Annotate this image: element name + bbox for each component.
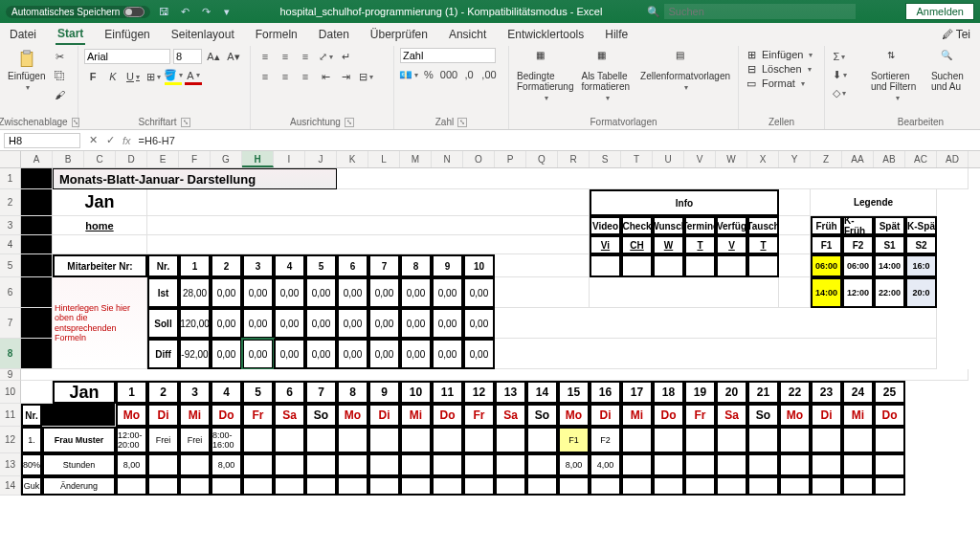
insert-cells-button[interactable]: ⊞Einfügen▾ xyxy=(745,48,813,61)
fx-icon[interactable]: fx xyxy=(122,135,131,146)
col-header-AB[interactable]: AB xyxy=(874,151,905,167)
col-header-K[interactable]: K xyxy=(337,151,368,167)
col-header-D[interactable]: D xyxy=(116,151,147,167)
save-icon[interactable]: 🖫 xyxy=(156,4,171,19)
col-header-Q[interactable]: Q xyxy=(526,151,558,167)
format-cells-button[interactable]: ▭Format▾ xyxy=(745,77,805,90)
formula-bar[interactable]: =H6-H7 xyxy=(135,134,980,147)
row-header-8[interactable]: 8 xyxy=(0,339,21,369)
enter-formula-icon[interactable]: ✓ xyxy=(101,132,119,149)
row-header-13[interactable]: 13 xyxy=(0,453,21,476)
cell-styles-button[interactable]: ▤Zellenformatvorlagen▾ xyxy=(638,48,732,94)
align-middle-icon[interactable]: ≡ xyxy=(277,48,294,65)
col-header-G[interactable]: G xyxy=(211,151,242,167)
customize-qat-icon[interactable]: ▾ xyxy=(219,4,234,19)
col-header-P[interactable]: P xyxy=(495,151,526,167)
col-header-AC[interactable]: AC xyxy=(905,151,937,167)
col-header-L[interactable]: L xyxy=(368,151,400,167)
row-header-5[interactable]: 5 xyxy=(0,254,21,277)
row-header-11[interactable]: 11 xyxy=(0,404,21,427)
name-box[interactable] xyxy=(4,133,80,148)
col-header-M[interactable]: M xyxy=(400,151,432,167)
autosave-toggle[interactable]: Automatisches Speichern xyxy=(6,6,150,18)
col-header-N[interactable]: N xyxy=(432,151,463,167)
col-header-Y[interactable]: Y xyxy=(779,151,811,167)
paste-button[interactable]: Einfügen▾ xyxy=(6,48,47,94)
login-button[interactable]: Anmelden xyxy=(905,3,974,20)
col-header-AD[interactable]: AD xyxy=(937,151,969,167)
col-header-H[interactable]: H xyxy=(242,151,274,167)
col-header-V[interactable]: V xyxy=(684,151,716,167)
col-header-R[interactable]: R xyxy=(558,151,590,167)
decrease-decimal-icon[interactable]: ,00 xyxy=(480,66,498,83)
increase-indent-icon[interactable]: ⇥ xyxy=(337,68,354,85)
col-header-O[interactable]: O xyxy=(463,151,495,167)
row-header-4[interactable]: 4 xyxy=(0,235,21,254)
tab-entwickler[interactable]: Entwicklertools xyxy=(505,25,586,44)
increase-font-icon[interactable]: A▴ xyxy=(205,48,222,65)
delete-cells-button[interactable]: ⊟Löschen▾ xyxy=(745,62,812,76)
font-dialog-icon[interactable]: ⤡ xyxy=(181,118,190,127)
currency-icon[interactable]: 💶▾ xyxy=(400,66,417,83)
tab-ueberpruefen[interactable]: Überprüfen xyxy=(368,25,430,44)
clear-icon[interactable]: ◇▾ xyxy=(831,84,848,101)
tab-daten[interactable]: Daten xyxy=(317,25,351,44)
tab-datei[interactable]: Datei xyxy=(8,25,38,44)
align-center-icon[interactable]: ≡ xyxy=(277,68,294,85)
thousands-icon[interactable]: 000 xyxy=(440,66,457,83)
row-header-14[interactable]: 14 xyxy=(0,476,21,496)
align-right-icon[interactable]: ≡ xyxy=(297,68,314,85)
orientation-icon[interactable]: ⤢▾ xyxy=(317,48,334,65)
decrease-font-icon[interactable]: A▾ xyxy=(225,48,242,65)
bold-button[interactable]: F xyxy=(84,68,101,85)
number-dialog-icon[interactable]: ⤡ xyxy=(457,118,467,127)
undo-icon[interactable]: ↶ xyxy=(177,4,192,19)
col-header-C[interactable]: C xyxy=(84,151,116,167)
tab-formeln[interactable]: Formeln xyxy=(254,25,300,44)
tab-start[interactable]: Start xyxy=(56,24,85,45)
col-header-J[interactable]: J xyxy=(305,151,337,167)
decrease-indent-icon[interactable]: ⇤ xyxy=(317,68,334,85)
col-header-Z[interactable]: Z xyxy=(811,151,842,167)
home-link[interactable]: home xyxy=(53,216,147,235)
row-header-2[interactable]: 2 xyxy=(0,189,21,216)
increase-decimal-icon[interactable]: ,0 xyxy=(460,66,478,83)
format-painter-icon[interactable]: 🖌 xyxy=(51,86,68,103)
fill-color-icon[interactable]: 🪣▾ xyxy=(165,68,182,85)
col-header-U[interactable]: U xyxy=(653,151,684,167)
col-header-A[interactable]: A xyxy=(21,151,53,167)
percent-icon[interactable]: % xyxy=(420,66,437,83)
col-header-E[interactable]: E xyxy=(147,151,179,167)
tab-share[interactable]: 🖉 Tei xyxy=(940,25,972,44)
col-header-F[interactable]: F xyxy=(179,151,211,167)
row-header-10[interactable]: 10 xyxy=(0,381,21,404)
align-top-icon[interactable]: ≡ xyxy=(256,48,274,65)
tab-einfuegen[interactable]: Einfügen xyxy=(102,25,151,44)
conditional-formatting-button[interactable]: ▦Bedingte Formatierung▾ xyxy=(515,48,575,104)
cut-icon[interactable]: ✂ xyxy=(51,48,68,65)
font-name-select[interactable] xyxy=(84,49,170,64)
tab-hilfe[interactable]: Hilfe xyxy=(603,25,630,44)
row-header-1[interactable]: 1 xyxy=(0,168,21,189)
search-input[interactable] xyxy=(664,4,856,19)
alignment-dialog-icon[interactable]: ⤡ xyxy=(345,118,354,127)
sort-filter-button[interactable]: ⇅Sortieren und Filtern▾ xyxy=(869,48,925,104)
col-header-T[interactable]: T xyxy=(621,151,653,167)
row-header-12[interactable]: 12 xyxy=(0,427,21,453)
find-select-button[interactable]: 🔍Suchen und Au xyxy=(929,48,972,94)
underline-button[interactable]: U▾ xyxy=(124,68,142,85)
row-header-9[interactable]: 9 xyxy=(0,369,21,381)
tab-seitenlayout[interactable]: Seitenlayout xyxy=(169,25,236,44)
tab-ansicht[interactable]: Ansicht xyxy=(447,25,488,44)
col-header-AA[interactable]: AA xyxy=(842,151,874,167)
row-header-3[interactable]: 3 xyxy=(0,216,21,235)
italic-button[interactable]: K xyxy=(104,68,122,85)
col-header-I[interactable]: I xyxy=(274,151,305,167)
cancel-formula-icon[interactable]: ✕ xyxy=(84,132,101,149)
redo-icon[interactable]: ↷ xyxy=(198,4,213,19)
align-left-icon[interactable]: ≡ xyxy=(256,68,274,85)
copy-icon[interactable]: ⿻ xyxy=(51,67,68,84)
select-all-corner[interactable] xyxy=(0,151,21,167)
autosum-icon[interactable]: Σ▾ xyxy=(831,48,848,65)
col-header-X[interactable]: X xyxy=(747,151,779,167)
